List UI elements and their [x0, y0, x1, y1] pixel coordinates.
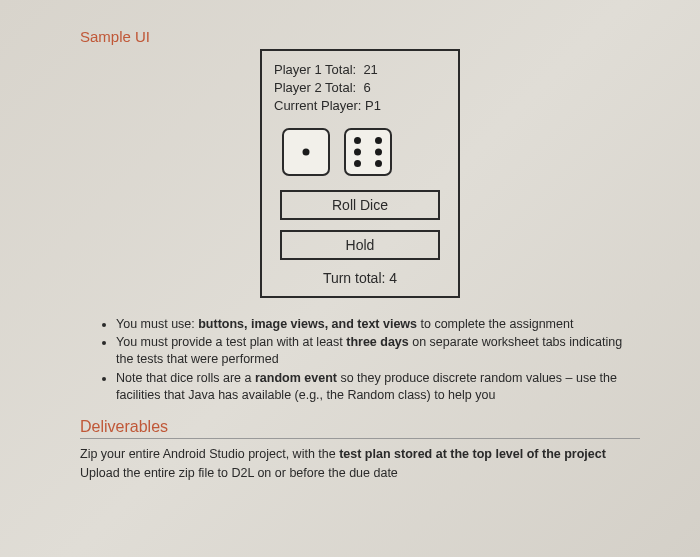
die-6-icon [344, 128, 392, 176]
turn-total-label: Turn total: [323, 270, 386, 286]
current-player-value: P1 [365, 98, 381, 113]
player2-value: 6 [363, 80, 370, 95]
current-player: Current Player: P1 [274, 97, 446, 115]
player1-label: Player 1 Total: [274, 62, 356, 77]
player1-value: 21 [363, 62, 377, 77]
section-heading-deliverables: Deliverables [80, 418, 640, 439]
die-1-icon [282, 128, 330, 176]
dice-row [282, 128, 446, 176]
hold-button[interactable]: Hold [280, 230, 440, 260]
sample-ui-mock: Player 1 Total: 21 Player 2 Total: 6 Cur… [260, 49, 460, 298]
list-item: Note that dice rolls are a random event … [116, 370, 630, 404]
deliverable-line-1: Zip your entire Android Studio project, … [80, 445, 640, 464]
requirements-list: You must use: buttons, image views, and … [98, 316, 630, 404]
list-item: You must provide a test plan with at lea… [116, 334, 630, 368]
player2-label: Player 2 Total: [274, 80, 356, 95]
deliverable-line-2: Upload the entire zip file to D2L on or … [80, 464, 640, 483]
current-player-label: Current Player: [274, 98, 361, 113]
turn-total: Turn total: 4 [274, 270, 446, 286]
list-item: You must use: buttons, image views, and … [116, 316, 630, 333]
section-heading-sample-ui: Sample UI [80, 28, 640, 45]
player1-total: Player 1 Total: 21 [274, 61, 446, 79]
player2-total: Player 2 Total: 6 [274, 79, 446, 97]
roll-dice-button[interactable]: Roll Dice [280, 190, 440, 220]
turn-total-value: 4 [389, 270, 397, 286]
